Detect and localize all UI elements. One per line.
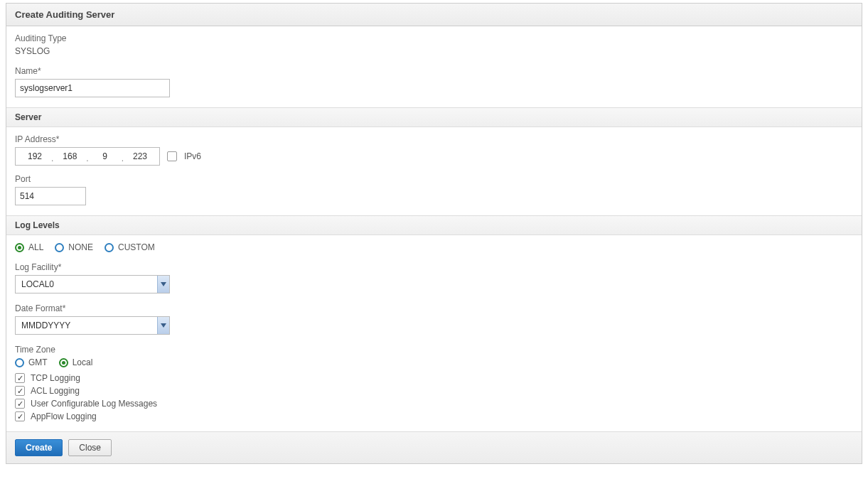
log-facility-label: Log Facility* <box>15 262 853 272</box>
auditing-section: Auditing Type SYSLOG Name* <box>6 26 862 107</box>
acl-logging-label: ACL Logging <box>31 386 80 396</box>
date-format-value: MMDDYYYY <box>21 320 157 330</box>
radio-local[interactable] <box>59 358 68 367</box>
loglevels-section: ALL NONE CUSTOM Log Facility* LOCAL0 Dat… <box>6 235 862 431</box>
svg-marker-1 <box>161 323 166 328</box>
chevron-down-icon <box>157 276 169 293</box>
radio-gmt-label: GMT <box>28 357 48 367</box>
ip-octet-3[interactable] <box>89 149 122 164</box>
ip-octet-2[interactable] <box>53 149 86 164</box>
radio-custom-label: CUSTOM <box>118 242 155 252</box>
server-section-header: Server <box>6 107 862 127</box>
acl-logging-checkbox[interactable] <box>15 386 25 396</box>
radio-none-label: NONE <box>68 242 93 252</box>
radio-dot-icon <box>18 246 21 249</box>
loglevel-radio-group: ALL NONE CUSTOM <box>15 242 853 252</box>
appflow-logging-label: AppFlow Logging <box>31 411 97 421</box>
auditing-type-label: Auditing Type <box>15 33 853 43</box>
chevron-down-icon <box>157 317 169 334</box>
appflow-logging-checkbox[interactable] <box>15 411 25 421</box>
radio-local-label: Local <box>73 357 93 367</box>
panel-title: Create Auditing Server <box>6 4 862 26</box>
loglevels-section-header: Log Levels <box>6 215 862 235</box>
radio-none[interactable] <box>55 243 64 252</box>
user-configurable-checkbox[interactable] <box>15 399 25 409</box>
name-label: Name* <box>15 66 853 76</box>
tcp-logging-label: TCP Logging <box>31 373 80 383</box>
dot-separator: . <box>86 153 88 163</box>
tcp-logging-checkbox[interactable] <box>15 373 25 383</box>
auditing-type-value: SYSLOG <box>15 46 853 56</box>
port-input[interactable] <box>15 187 86 205</box>
radio-all[interactable] <box>15 243 24 252</box>
radio-dot-icon <box>62 361 65 365</box>
log-facility-select[interactable]: LOCAL0 <box>15 275 170 293</box>
radio-all-label: ALL <box>28 242 43 252</box>
ip-address-label: IP Address* <box>15 134 853 144</box>
close-button[interactable]: Close <box>68 439 112 456</box>
create-auditing-server-panel: Create Auditing Server Auditing Type SYS… <box>6 3 862 464</box>
ipv6-label: IPv6 <box>184 151 201 161</box>
svg-marker-0 <box>161 282 166 286</box>
ip-octet-4[interactable] <box>124 149 156 164</box>
date-format-select[interactable]: MMDDYYYY <box>15 316 170 335</box>
log-facility-value: LOCAL0 <box>21 279 157 289</box>
radio-gmt[interactable] <box>15 358 24 367</box>
ip-octet-1[interactable] <box>18 149 51 164</box>
radio-custom[interactable] <box>105 243 114 252</box>
logging-options: TCP Logging ACL Logging User Configurabl… <box>15 373 853 421</box>
port-label: Port <box>15 174 853 184</box>
dot-separator: . <box>122 153 124 163</box>
ipv6-checkbox[interactable] <box>167 151 177 161</box>
footer-bar: Create Close <box>6 431 862 463</box>
dot-separator: . <box>51 153 53 163</box>
name-input[interactable] <box>15 79 170 97</box>
timezone-label: Time Zone <box>15 345 853 355</box>
date-format-label: Date Format* <box>15 303 853 313</box>
server-section: IP Address* . . . IPv6 Port <box>6 127 862 215</box>
create-button[interactable]: Create <box>15 439 63 456</box>
timezone-radio-group: GMT Local <box>15 357 853 367</box>
user-configurable-label: User Configurable Log Messages <box>31 399 157 409</box>
ip-address-input[interactable]: . . . <box>15 147 160 166</box>
